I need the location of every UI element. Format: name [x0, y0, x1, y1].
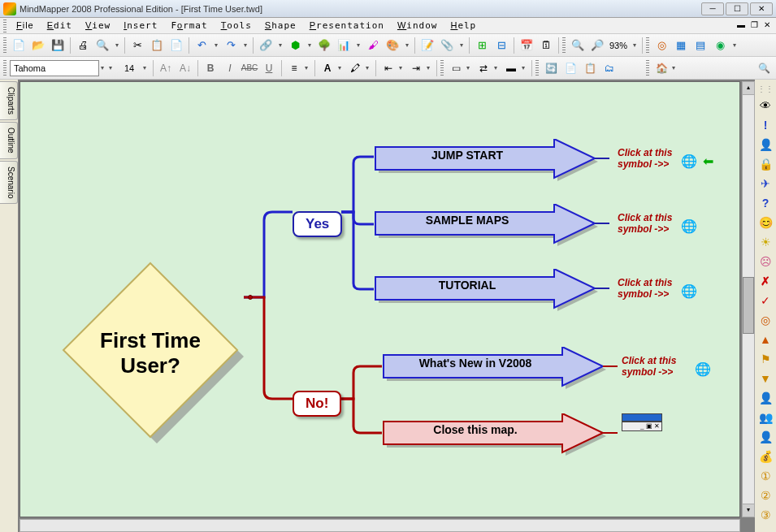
bold-button[interactable]: B — [202, 59, 219, 77]
dropdown[interactable]: ▾ — [399, 64, 405, 71]
zoom-dropdown[interactable]: ▾ — [631, 41, 639, 49]
maximize-button[interactable]: ☐ — [726, 2, 748, 15]
sun-icon[interactable]: ☀ — [758, 235, 773, 249]
font-color-button[interactable]: A — [319, 59, 336, 77]
target-icon[interactable]: ◎ — [758, 313, 773, 327]
menu-window[interactable]: Window — [391, 19, 444, 32]
menu-file[interactable]: File — [10, 19, 41, 32]
mdi-minimize[interactable]: ▬ — [735, 20, 747, 32]
underline-button[interactable]: U — [260, 59, 278, 77]
search-button[interactable]: 🔍 — [755, 59, 773, 77]
close-map-node[interactable]: Close this map. — [382, 413, 601, 449]
scroll-thumb[interactable] — [743, 277, 754, 334]
tree-button[interactable]: 🌳 — [315, 37, 333, 54]
dropdown[interactable]: ▾ — [672, 64, 678, 71]
zoom-out-button[interactable]: 🔎 — [588, 37, 606, 54]
user1-icon[interactable]: 👤 — [758, 391, 773, 405]
map1-button[interactable]: ⊞ — [473, 37, 491, 54]
new-button[interactable]: 📄 — [10, 37, 28, 54]
dropdown[interactable]: ▾ — [403, 41, 411, 49]
mdi-restore[interactable]: ❐ — [748, 20, 760, 32]
dropdown[interactable]: ▾ — [522, 64, 528, 71]
money-icon[interactable]: 💰 — [758, 449, 773, 464]
open-button[interactable]: 📂 — [29, 37, 47, 54]
list-button[interactable]: 📋 — [581, 59, 599, 77]
home-button[interactable]: 🏠 — [652, 59, 670, 77]
globe-icon[interactable]: 🌐 — [681, 154, 697, 169]
undo-button[interactable]: ↶ — [193, 37, 210, 54]
vertical-scrollbar[interactable]: ▴ ▾ — [742, 81, 755, 517]
chart-button[interactable]: 📊 — [335, 37, 353, 54]
dropdown[interactable]: ▾ — [276, 41, 284, 49]
tab-cliparts[interactable]: Cliparts — [0, 81, 18, 120]
copy-button[interactable]: 📋 — [148, 37, 166, 54]
sad-icon[interactable]: ☹ — [758, 254, 773, 269]
jump-start-node[interactable]: JUMP START — [374, 139, 593, 175]
root-node[interactable]: First Time User? — [57, 257, 244, 443]
menu-presentation[interactable]: Presentation — [303, 19, 391, 32]
user3-icon[interactable]: 👤 — [758, 430, 773, 444]
dropdown[interactable]: ▾ — [494, 64, 501, 71]
shape3-button[interactable]: ▬ — [502, 59, 520, 77]
cut-button[interactable]: ✂ — [128, 37, 146, 54]
lock-icon[interactable]: 🔒 — [758, 157, 773, 171]
menu-view[interactable]: View — [79, 19, 117, 32]
question-icon[interactable]: ? — [758, 196, 773, 210]
eye-icon[interactable]: 👁 — [758, 98, 773, 113]
dropdown[interactable]: ▾ — [212, 41, 220, 49]
canvas[interactable]: First Time User? Yes No! JUMP START SAMP… — [20, 81, 740, 517]
indent-button[interactable]: ⇥ — [407, 59, 425, 77]
person-icon[interactable]: 👤 — [758, 137, 773, 152]
node-button[interactable]: ⬢ — [286, 37, 304, 54]
scroll-up-button[interactable]: ▴ — [743, 82, 754, 95]
no-node[interactable]: No! — [293, 391, 341, 417]
shape1-button[interactable]: ▭ — [447, 59, 465, 77]
number-2-icon[interactable]: ② — [758, 488, 773, 503]
print-button[interactable]: 🖨 — [74, 37, 92, 54]
size-smaller[interactable]: ▾ — [109, 64, 115, 71]
paste-button[interactable]: 📄 — [167, 37, 185, 54]
font-dropdown[interactable]: ▾ — [101, 64, 107, 71]
clip-button[interactable]: 🗂 — [600, 59, 618, 77]
down-icon[interactable]: ▼ — [758, 371, 773, 386]
dropdown[interactable]: ▾ — [338, 64, 345, 71]
exclaim-icon[interactable]: ! — [758, 118, 773, 132]
redo-button[interactable]: ↷ — [222, 37, 240, 54]
up-icon[interactable]: ▲ — [758, 332, 773, 347]
map2-button[interactable]: ⊟ — [492, 37, 510, 54]
dropdown[interactable]: ▾ — [306, 41, 314, 49]
tutorial-node[interactable]: TUTORIAL — [374, 269, 593, 305]
dropdown[interactable]: ▾ — [241, 41, 249, 49]
user2-icon[interactable]: 👥 — [758, 410, 773, 425]
strike-button[interactable]: ABC — [241, 59, 258, 77]
doc-button[interactable]: 📄 — [561, 59, 579, 77]
smile-icon[interactable]: 😊 — [758, 215, 773, 230]
refresh-button[interactable]: 🔄 — [542, 59, 560, 77]
view4-button[interactable]: ◉ — [711, 37, 729, 54]
dropdown[interactable]: ▾ — [354, 41, 362, 49]
check-icon[interactable]: ✓ — [758, 293, 773, 308]
font-selector[interactable] — [10, 60, 99, 76]
dropdown[interactable]: ▾ — [457, 41, 466, 49]
gantt-button[interactable]: 📅 — [518, 37, 535, 54]
sample-maps-node[interactable]: SAMPLE MAPS — [374, 204, 593, 240]
dropdown[interactable]: ▾ — [427, 64, 433, 71]
grow-font-button[interactable]: A↑ — [157, 59, 175, 77]
align-button[interactable]: ≡ — [285, 59, 303, 77]
globe-icon[interactable]: 🌐 — [695, 361, 711, 377]
shape2-button[interactable]: ⇄ — [475, 59, 492, 77]
tab-outline[interactable]: Outline — [0, 122, 18, 159]
dropdown[interactable]: ▾ — [113, 41, 121, 49]
number-1-icon[interactable]: ① — [758, 469, 773, 483]
outdent-button[interactable]: ⇤ — [379, 59, 397, 77]
tab-scenario[interactable]: Scenario — [0, 161, 18, 204]
flag-icon[interactable]: ⚑ — [758, 352, 773, 366]
horizontal-scrollbar[interactable] — [20, 519, 740, 532]
preview-button[interactable]: 🔍 — [93, 37, 111, 54]
view2-button[interactable]: ▦ — [672, 37, 690, 54]
dropdown[interactable]: ▾ — [305, 64, 311, 71]
attach-button[interactable]: 📎 — [438, 37, 456, 54]
font-size[interactable]: 14 — [117, 63, 141, 73]
zoom-in-button[interactable]: 🔍 — [569, 37, 587, 54]
brush-button[interactable]: 🖌 — [364, 37, 382, 54]
